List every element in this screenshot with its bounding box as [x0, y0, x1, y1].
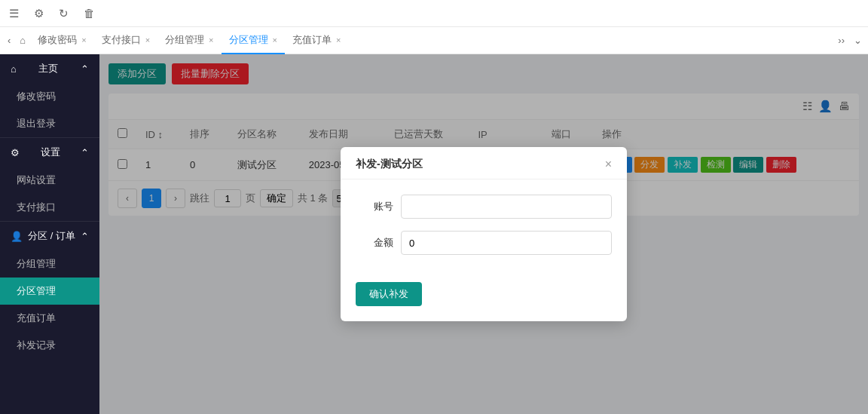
modal-header: 补发-测试分区 ×: [341, 147, 627, 179]
account-label: 账号: [356, 200, 393, 213]
modal-overlay: 补发-测试分区 × 账号 金额 确认补发: [99, 54, 868, 414]
tab-close-icon[interactable]: ×: [81, 35, 86, 44]
sidebar-item-logout[interactable]: 退出登录: [0, 110, 99, 137]
tab-arrow-group: ›› ⌄: [835, 35, 865, 46]
refresh-icon[interactable]: ↻: [56, 5, 72, 22]
sidebar-item-site-settings[interactable]: 网站设置: [0, 167, 99, 194]
settings-icon[interactable]: ⚙: [31, 5, 47, 22]
sidebar-item-recharge-order[interactable]: 充值订单: [0, 305, 99, 332]
amount-label: 金额: [356, 236, 393, 250]
sidebar-item-payment-interface[interactable]: 支付接口: [0, 194, 99, 221]
confirm-resend-button[interactable]: 确认补发: [356, 282, 422, 306]
zone-section-icon: 👤: [11, 231, 23, 242]
resend-modal: 补发-测试分区 × 账号 金额 确认补发: [341, 147, 627, 321]
sidebar-section-settings[interactable]: ⚙ 设置 ⌃: [0, 138, 99, 167]
account-input[interactable]: [401, 195, 612, 219]
sidebar-section-main[interactable]: ⌂ 主页 ⌃: [0, 54, 99, 83]
sidebar-item-zone-management[interactable]: 分区管理: [0, 278, 99, 305]
delete-icon[interactable]: 🗑: [81, 5, 98, 21]
sidebar: ⌂ 主页 ⌃ 修改密码 退出登录 ⚙ 设置 ⌃ 网站设置 支付接口 👤 分区 /…: [0, 54, 99, 414]
tab-close-icon[interactable]: ×: [336, 35, 341, 44]
modal-footer: 确认补发: [341, 282, 627, 321]
collapse-icon: ⌃: [81, 147, 89, 158]
home-icon: ⌂: [11, 63, 17, 75]
tab-close-icon[interactable]: ×: [145, 35, 150, 44]
tab-bar: ‹ ⌂ 修改密码 × 支付接口 × 分组管理 × 分区管理 × 充值订单 × ›…: [0, 27, 868, 54]
tab-dropdown-icon[interactable]: ⌄: [851, 35, 865, 46]
tab-group-management[interactable]: 分组管理 ×: [157, 27, 221, 54]
modal-body: 账号 金额: [341, 179, 627, 282]
top-toolbar: ☰ ⚙ ↻ 🗑: [0, 0, 868, 27]
collapse-icon: ⌃: [81, 231, 89, 242]
collapse-icon: ⌃: [81, 63, 89, 75]
sidebar-item-change-password[interactable]: 修改密码: [0, 83, 99, 110]
tab-close-icon[interactable]: ×: [209, 35, 213, 44]
sidebar-section-zone[interactable]: 👤 分区 / 订单 ⌃: [0, 222, 99, 250]
sidebar-item-resend-records[interactable]: 补发记录: [0, 332, 99, 359]
amount-input[interactable]: [401, 231, 612, 255]
tab-more-icon[interactable]: ››: [835, 35, 848, 46]
content-area: 添加分区 批量删除分区 ☷ 👤 🖶 ID ↕: [99, 54, 868, 414]
modal-close-button[interactable]: ×: [605, 158, 612, 171]
modal-title: 补发-测试分区: [356, 158, 423, 171]
amount-row: 金额: [356, 231, 612, 255]
menu-icon[interactable]: ☰: [6, 5, 22, 22]
tab-recharge-order[interactable]: 充值订单 ×: [285, 27, 348, 54]
tab-nav-home[interactable]: ⌂: [15, 35, 30, 46]
sidebar-item-group-management[interactable]: 分组管理: [0, 250, 99, 278]
tab-zone-management[interactable]: 分区管理 ×: [222, 27, 285, 54]
tab-close-icon[interactable]: ×: [273, 35, 277, 44]
account-row: 账号: [356, 195, 612, 219]
tab-change-password[interactable]: 修改密码 ×: [30, 27, 93, 54]
main-layout: ⌂ 主页 ⌃ 修改密码 退出登录 ⚙ 设置 ⌃ 网站设置 支付接口 👤 分区 /…: [0, 54, 868, 414]
tab-nav-back[interactable]: ‹: [3, 35, 15, 46]
settings-section-icon: ⚙: [11, 147, 20, 158]
tab-payment-interface[interactable]: 支付接口 ×: [94, 27, 157, 54]
